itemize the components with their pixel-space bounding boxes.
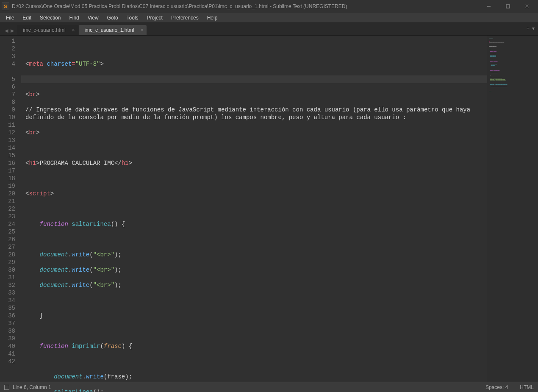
tab-nav-arrows: ◀ ▶ <box>3 28 17 35</box>
code-token: h1 <box>122 160 129 167</box>
code-token <box>68 343 72 350</box>
code-token: ( <box>89 251 93 258</box>
code-token: . <box>68 267 72 273</box>
status-syntax[interactable]: HTML <box>520 384 534 390</box>
menu-find[interactable]: Find <box>65 14 83 22</box>
code-token: document <box>40 251 68 258</box>
code-token: ); <box>114 267 122 273</box>
status-panel-icon[interactable] <box>4 385 9 390</box>
code-token: write <box>86 373 104 380</box>
title-bar: S D:\02 Cursos\One Oracle\Mod 05 Practic… <box>0 0 538 13</box>
menu-view[interactable]: View <box>83 14 103 22</box>
code-token <box>25 282 40 289</box>
code-token <box>25 373 54 380</box>
code-token: () { <box>111 221 125 228</box>
menu-preferences[interactable]: Preferences <box>167 14 203 22</box>
tab-inactive[interactable]: imc_c-usuario.html × <box>17 25 78 35</box>
code-token: > <box>36 129 39 136</box>
menu-file[interactable]: File <box>2 14 18 22</box>
code-token: function <box>40 221 68 228</box>
tab-strip: ◀ ▶ imc_c-usuario.html × imc_c_usuario_1… <box>0 23 538 36</box>
code-token: ( <box>100 343 103 350</box>
code-token: imprimir <box>72 343 100 350</box>
code-token <box>25 251 40 258</box>
code-token: document <box>54 373 82 380</box>
code-token: // Ingreso de data atraves de funciones … <box>25 106 474 121</box>
code-token: "<br>" <box>93 251 114 258</box>
code-token: "<br>" <box>93 267 114 273</box>
code-token: ( <box>89 267 93 273</box>
tab-label: imc_c_usuario_1.html <box>85 27 134 33</box>
code-token: > <box>36 91 39 98</box>
tab-nav-left-icon[interactable]: ◀ <box>3 28 9 33</box>
code-token: (frase); <box>104 373 132 380</box>
menu-goto[interactable]: Goto <box>103 14 122 22</box>
tab-label: imc_c-usuario.html <box>23 27 66 33</box>
code-token: = <box>72 61 75 67</box>
code-token: ); <box>114 282 122 289</box>
window-title: D:\02 Cursos\One Oracle\Mod 05 Practica … <box>12 3 479 9</box>
menu-help[interactable]: Help <box>203 14 222 22</box>
code-token: (); <box>93 389 104 392</box>
minimize-button[interactable] <box>479 0 498 13</box>
window-controls <box>479 0 536 13</box>
tab-strip-right-controls: + ▾ <box>527 25 535 31</box>
code-token: write <box>72 251 89 258</box>
maximize-button[interactable] <box>498 0 517 13</box>
menu-tools[interactable]: Tools <box>122 14 143 22</box>
code-token: </ <box>114 160 122 167</box>
app-icon: S <box>2 3 9 10</box>
tab-close-icon[interactable]: × <box>140 27 143 33</box>
code-token: charset <box>47 61 72 67</box>
code-editor[interactable]: <meta charset="UTF-8"> <br> // Ingreso d… <box>21 36 487 382</box>
minimap[interactable]: ▬▬▬▬▬▬▬▬ ▬▬ ▬▬▬▬▬▬▬▬▬▬▬▬▬▬▬▬▬▬▬▬▬▬▬▬▬▬▬▬… <box>487 36 538 382</box>
code-token: "<br>" <box>93 282 114 289</box>
code-token: > <box>36 160 39 167</box>
line-number-gutter: 1234567891011121314151617181920212223242… <box>0 36 21 382</box>
code-token <box>25 267 40 273</box>
code-token: write <box>72 282 89 289</box>
code-token: document <box>40 267 68 273</box>
code-token <box>25 389 54 392</box>
code-token: > <box>50 190 54 197</box>
tab-active[interactable]: imc_c_usuario_1.html × <box>79 25 147 35</box>
status-indentation[interactable]: Spaces: 4 <box>485 384 508 390</box>
code-token: > <box>100 61 103 67</box>
code-token: PROGRAMA CALCULAR IMC <box>40 160 114 167</box>
code-token: meta <box>29 61 43 67</box>
tab-close-icon[interactable]: × <box>72 27 75 33</box>
code-token: br <box>29 129 36 136</box>
menu-selection[interactable]: Selection <box>36 14 65 22</box>
code-token: . <box>68 282 72 289</box>
code-token: frase <box>104 343 122 350</box>
code-token: . <box>68 251 72 258</box>
code-token: } <box>25 312 43 319</box>
code-token <box>25 221 40 228</box>
code-token: h1 <box>29 160 36 167</box>
code-token: . <box>82 373 86 380</box>
close-button[interactable] <box>517 0 536 13</box>
code-token: > <box>129 160 132 167</box>
code-token: function <box>40 343 68 350</box>
code-token: ( <box>89 282 93 289</box>
code-token: br <box>29 91 36 98</box>
editor-area: 1234567891011121314151617181920212223242… <box>0 36 538 382</box>
menu-bar: File Edit Selection Find View Goto Tools… <box>0 13 538 23</box>
code-token: saltarLinea <box>72 221 111 228</box>
code-token: document <box>40 282 68 289</box>
code-token: script <box>29 190 50 197</box>
tab-nav-right-icon[interactable]: ▶ <box>9 28 15 33</box>
code-token: write <box>72 267 89 273</box>
menu-project[interactable]: Project <box>143 14 167 22</box>
svg-rect-1 <box>506 5 510 8</box>
tab-menu-icon[interactable]: ▾ <box>532 25 535 31</box>
new-tab-icon[interactable]: + <box>527 25 530 31</box>
code-token <box>25 343 40 350</box>
code-token: "UTF-8" <box>75 61 100 67</box>
menu-edit[interactable]: Edit <box>18 14 36 22</box>
code-token <box>68 221 72 228</box>
code-token: ); <box>114 251 122 258</box>
code-token: saltarLinea <box>54 389 93 392</box>
code-token: ) { <box>122 343 132 350</box>
